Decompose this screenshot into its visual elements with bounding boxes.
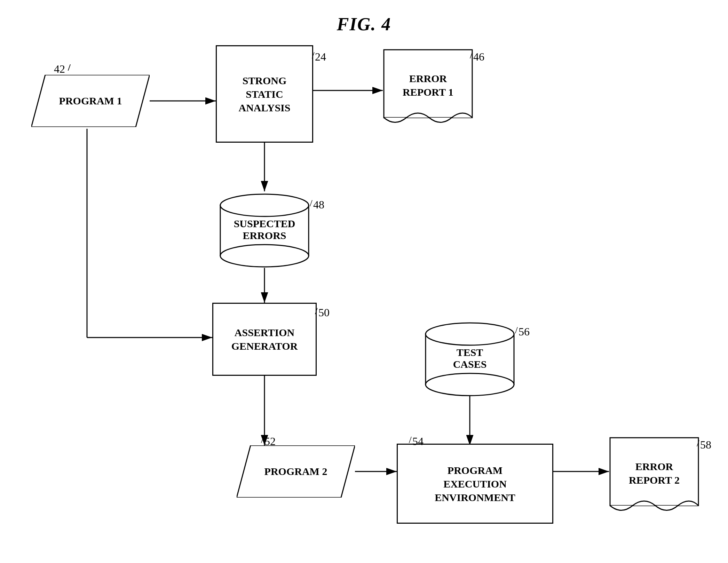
- error-report1-node: ERRORREPORT 1: [383, 49, 473, 129]
- error-report2-ref: 58: [700, 438, 711, 451]
- error-report2-label: ERRORREPORT 2: [629, 460, 680, 494]
- test-cases-label: TESTCASES: [453, 347, 487, 370]
- ssa-ref: 24: [315, 50, 326, 63]
- ag-ref: 50: [318, 306, 330, 319]
- svg-point-14: [220, 245, 309, 267]
- figure-title: FIG. 4: [337, 14, 391, 34]
- diagram: FIG. 4 PROGRAM: [0, 0, 728, 563]
- pee-label: PROGRAMEXECUTIONENVIRONMENT: [435, 463, 515, 504]
- test-cases-ref: 56: [519, 325, 530, 338]
- ssa-label: STRONGSTATICANALYSIS: [239, 74, 291, 114]
- error-report1-ref: 46: [473, 50, 484, 63]
- program2-node: PROGRAM 2: [237, 445, 355, 498]
- error-report2-node: ERRORREPORT 2: [609, 437, 699, 517]
- svg-point-17: [426, 373, 514, 396]
- suspected-errors-ref: 48: [313, 198, 324, 211]
- program1-label: PROGRAM 1: [59, 95, 122, 107]
- error-report1-label: ERRORREPORT 1: [403, 72, 453, 106]
- strong-static-analysis-node: STRONGSTATICANALYSIS: [216, 45, 313, 143]
- program2-ref: 52: [264, 435, 276, 448]
- program1-ref: 42: [54, 63, 65, 76]
- program1-node: PROGRAM 1: [31, 75, 150, 127]
- assertion-generator-node: ASSERTIONGENERATOR: [212, 303, 317, 376]
- program2-label: PROGRAM 2: [264, 466, 327, 477]
- svg-point-18: [426, 323, 514, 345]
- svg-point-15: [220, 194, 309, 216]
- suspected-errors-label: SUSPECTEDERRORS: [234, 218, 295, 241]
- test-cases-node: TESTCASES: [425, 320, 515, 397]
- pee-ref: 54: [412, 435, 424, 448]
- suspected-errors-node: SUSPECTEDERRORS: [219, 191, 310, 268]
- ag-label: ASSERTIONGENERATOR: [231, 326, 298, 353]
- program-execution-env-node: PROGRAMEXECUTIONENVIRONMENT: [397, 444, 553, 524]
